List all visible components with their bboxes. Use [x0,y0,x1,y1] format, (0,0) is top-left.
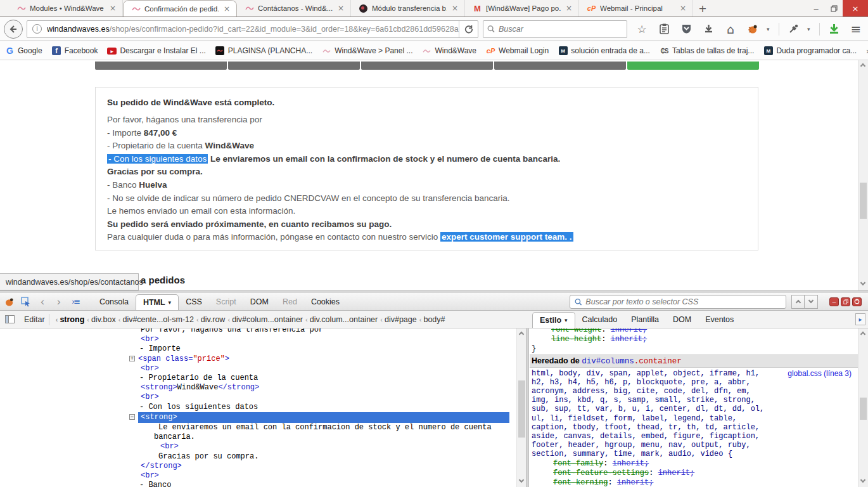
scroll-down-icon[interactable] [520,478,523,482]
bookmark-webmail[interactable]: cPWebmail Login [486,46,549,56]
tab-contactanos[interactable]: Contáctanos - Wind&... × [237,0,351,16]
downloads-icon[interactable] [700,21,717,37]
side-tab-eventos[interactable]: Eventos [698,311,741,328]
tab-confirmacion[interactable]: Confirmación de pedid... × [123,0,237,16]
tab-webmail[interactable]: cP Webmail - Principal × [579,0,693,16]
tab-dropdown-icon[interactable]: ▾ [169,299,172,306]
bookmark-windwave-panel[interactable]: Wind&Wave > Panel ... [322,46,412,56]
firebug-detach-icon[interactable] [841,297,850,306]
breadcrumb-item[interactable]: div#colum...ontainer [227,315,303,324]
eyedropper-dropdown-icon[interactable]: ▾ [807,26,814,32]
firebug-tab-html[interactable]: HTML▾ [136,294,179,310]
breadcrumb-item[interactable]: div.box [87,315,115,324]
home-icon[interactable]: ⌂ [722,21,739,37]
scroll-down-icon[interactable] [861,478,865,482]
firebug-search-input[interactable] [585,297,781,306]
minimize-button[interactable]: – [807,0,825,16]
dom-text-node[interactable]: - Importe [0,344,516,354]
breadcrumb-item[interactable]: strong [56,315,85,324]
firebug-tab-script[interactable]: Script [209,293,243,310]
browser-search-box[interactable] [483,20,627,38]
html-panel-scrollbar[interactable] [516,328,526,487]
dom-text-node[interactable]: bancaria. [0,432,516,442]
dom-node[interactable]: <br> [0,471,516,481]
dom-node[interactable]: </strong> [0,462,516,471]
menu-icon[interactable]: ≡ [848,21,864,37]
search-prev-icon[interactable] [791,295,805,309]
side-tab-calculado[interactable]: Calculado [575,311,625,328]
css-property-overridden[interactable]: font-feature-settingsinherit; [532,469,858,478]
scrollbar-thumb[interactable] [860,398,867,420]
firebug-tab-consola[interactable]: Consola [93,293,136,310]
close-button[interactable]: × [843,0,868,16]
scroll-down-icon[interactable] [861,281,865,285]
scroll-up-icon[interactable] [520,332,523,336]
breadcrumb-item[interactable]: div#page [380,315,416,324]
search-next-icon[interactable] [805,295,818,309]
dom-node-selected[interactable]: −<strong> [0,412,516,423]
video-download-icon[interactable] [826,21,842,37]
bookmark-google[interactable]: GGoogle [5,46,42,56]
bookmark-youtube[interactable]: ▶Descargar e Instalar El ... [107,46,205,56]
collapse-icon[interactable]: − [129,414,135,420]
expand-icon[interactable]: + [129,356,135,361]
side-tab-plantilla[interactable]: Plantilla [624,311,666,328]
edit-button[interactable]: Editar [24,315,45,324]
tab-close-icon[interactable]: × [679,4,687,13]
dom-text-node[interactable]: - Propietario de la cuenta [0,373,516,383]
dom-node[interactable]: <br> [0,364,516,373]
inherited-element[interactable]: div#columns [582,357,634,366]
css-property-overridden[interactable]: font-kerninginherit; [532,478,858,487]
tab-close-icon[interactable]: × [565,4,573,13]
tab-close-icon[interactable]: × [222,4,231,13]
dom-text-node[interactable]: - Banco [0,481,516,487]
bookmarks-menu-icon[interactable] [656,21,672,37]
side-tab-estilo[interactable]: Estilo▾ [532,312,575,328]
bookmark-duda[interactable]: MDuda programador ca... [763,46,857,56]
page-info-icon[interactable]: i [32,24,42,34]
breadcrumb-item[interactable]: div#cente...ol-sm-12 [118,315,194,324]
side-tab-dom[interactable]: DOM [666,311,698,328]
dom-text-node[interactable]: Gracias por su compra. [0,452,516,462]
side-panel-toggle-icon[interactable] [4,314,15,325]
tab-dropdown-icon[interactable]: ▾ [565,317,568,323]
dom-node-span-price[interactable]: +<span class="price"> [0,354,516,364]
dom-node-strong[interactable]: <strong>Wind&Wave</strong> [0,383,516,393]
firebug-icon[interactable] [744,21,761,37]
dom-node[interactable]: <br> [0,442,516,451]
style-panel-scrollbar[interactable] [858,328,868,487]
dom-node[interactable]: <br> [0,335,516,344]
bookmark-tablas[interactable]: ₵STablas de tallas de traj... [660,46,754,56]
breadcrumb-item[interactable]: div.row [196,315,225,324]
firebug-dropdown-icon[interactable]: ▾ [767,26,773,32]
firebug-tab-red[interactable]: Red [276,293,304,310]
bookmark-star-icon[interactable]: ☆ [634,21,650,37]
tab-modulo-transferencia[interactable]: Módulo transferencia b... × [351,0,465,16]
more-tabs-icon[interactable]: ▸ [855,313,865,325]
breadcrumb-item[interactable]: div.colum...ontainer [305,315,378,324]
tab-modules[interactable]: Modules • Wind&Wave × [9,0,123,16]
inspect-element-icon[interactable] [20,296,32,308]
search-input[interactable] [499,25,623,34]
firebug-minimize-icon[interactable]: – [829,297,839,306]
css-property-overridden[interactable]: font-familyinherit; [532,459,858,469]
reload-button[interactable] [459,21,478,37]
scroll-up-icon[interactable] [861,332,865,336]
tab-close-icon[interactable]: × [450,4,459,13]
css-property-overridden[interactable]: line-heightinherit; [530,335,858,344]
breadcrumb-item[interactable]: body# [419,315,445,324]
dom-text-node[interactable]: - Con los siguientes datos [0,403,516,412]
tab-close-icon[interactable]: × [336,4,345,13]
back-button[interactable] [4,20,23,39]
dom-text-node[interactable]: Le enviaremos un email con la confirmaci… [0,423,516,432]
firebug-tab-css[interactable]: CSS [179,293,209,310]
url-bar[interactable]: i windandwaves.es/shop/es/confirmacion-p… [27,20,478,38]
support-team-link[interactable]: expert customer support team. . [440,232,573,242]
back-to-orders-link[interactable]: a pedidos [141,275,185,285]
bookmark-windwave[interactable]: Wind&Wave [422,46,476,56]
command-line-icon[interactable]: ›≡ [70,296,81,308]
scrollbar-thumb[interactable] [518,380,525,438]
history-forward-icon[interactable]: › [53,296,65,308]
scrollbar-thumb[interactable] [860,183,867,219]
panel-splitter[interactable] [526,328,529,487]
